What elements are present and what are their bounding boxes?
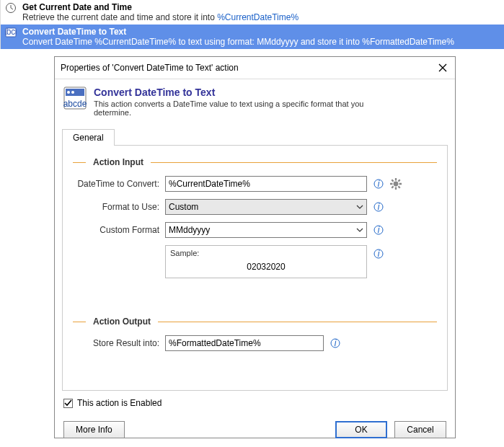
clock-icon bbox=[5, 2, 17, 14]
flow-step-get-datetime[interactable]: Get Current Date and Time Retrieve the c… bbox=[1, 0, 504, 25]
variable-ref: %CurrentDateTime% bbox=[94, 37, 176, 47]
flow-step-convert-datetime[interactable]: abcd Convert DateTime to Text Convert Da… bbox=[1, 25, 504, 49]
variable-ref: %FormattedDateTime% bbox=[362, 37, 454, 47]
step-title: Convert DateTime to Text bbox=[22, 27, 500, 37]
step-desc: Convert DateTime %CurrentDateTime% to te… bbox=[22, 37, 500, 47]
svg-text:abcd: abcd bbox=[5, 27, 17, 37]
abcd-icon: abcd bbox=[5, 27, 17, 38]
variable-ref: %CurrentDateTime% bbox=[217, 12, 299, 22]
step-title: Get Current Date and Time bbox=[22, 2, 500, 12]
step-desc: Retrieve the current date and time and s… bbox=[22, 12, 500, 22]
